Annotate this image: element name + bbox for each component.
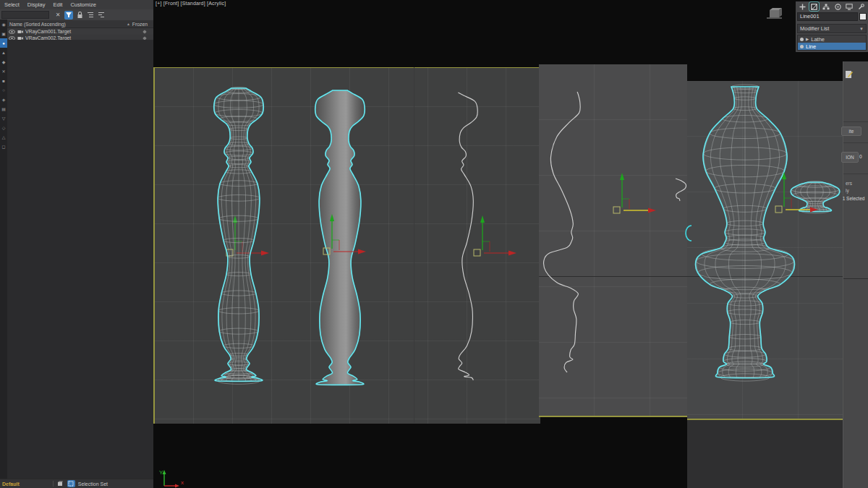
side-tool-icon[interactable]: ✕ [0, 67, 7, 76]
explorer-column-headers[interactable]: Name (Sorted Ascending) ▲ Frozen [0, 20, 153, 28]
side-tool-icon[interactable]: ◇ [0, 123, 7, 132]
status-bar: Default Selection Set [0, 479, 156, 488]
lathe-profile-spline[interactable] [676, 179, 686, 201]
list-indent-glyph [98, 12, 105, 18]
tab-hierarchy[interactable] [821, 2, 830, 11]
modifier-list-dropdown[interactable]: Modifier List ▼ [797, 24, 867, 33]
side-tool-icon[interactable]: ▤ [0, 104, 7, 114]
column-frozen-header[interactable]: Frozen [132, 22, 148, 27]
utilities-wrench-icon [858, 4, 864, 10]
tab-display[interactable] [845, 2, 854, 11]
side-tool-icon[interactable]: △ [0, 132, 7, 142]
selection-glyph [68, 481, 74, 487]
scene-explorer-menubar: Select Display Edit Customize [0, 0, 153, 9]
explorer-side-toolbar: ◉▣●▲◆✕■○◈▤▽◇△◻ [0, 20, 7, 479]
object-name-field[interactable]: Line001 [797, 12, 858, 21]
display-filter-icon[interactable] [64, 11, 73, 20]
expand-arrow-icon[interactable]: ▶ [806, 37, 809, 41]
menu-display[interactable]: Display [27, 1, 46, 8]
padlock-glyph [77, 12, 83, 19]
tab-utilities[interactable] [856, 2, 866, 11]
motion-icon [835, 4, 841, 10]
status-default-label: Default [2, 481, 20, 487]
tab-modify[interactable] [809, 2, 819, 11]
search-input[interactable] [1, 11, 49, 19]
divider [53, 481, 54, 487]
modifier-toggle-icon[interactable] [800, 38, 804, 41]
selection-edge-fragment [686, 226, 692, 241]
stack-item-label[interactable]: Lathe [811, 36, 825, 43]
modifier-list-label: Modifier List [800, 25, 829, 32]
list-lines-glyph [87, 12, 94, 18]
world-axis-tripod: Y x [159, 467, 188, 488]
wireframe-lathe-object[interactable] [214, 87, 263, 384]
modifier-toggle-icon[interactable] [800, 45, 804, 48]
clear-search-icon[interactable]: ✕ [54, 11, 62, 20]
lathe-profile-spline[interactable] [458, 93, 477, 380]
scene-explorer-toolbar: ✕ [0, 9, 153, 20]
side-tool-icon[interactable]: ◈ [0, 95, 7, 104]
axis-x-label: x [181, 479, 184, 486]
menu-customize[interactable]: Customize [70, 1, 95, 8]
viewport-composite[interactable]: [+] [Front] [Standard] [Acrylic] ite ION… [153, 0, 868, 488]
tab-motion[interactable] [833, 2, 843, 11]
chevron-down-icon: ▼ [859, 27, 864, 31]
axis-y-label: Y [159, 469, 163, 476]
viewcube-home-icon[interactable] [765, 6, 784, 22]
cube-tool-icon[interactable] [56, 480, 64, 487]
display-monitor-icon [846, 4, 853, 10]
shaded-lathe-object[interactable] [315, 90, 365, 385]
stack-item-lathe[interactable]: ▶ Lathe [798, 35, 866, 43]
side-tool-icon[interactable]: ■ [0, 76, 7, 85]
frozen-toggle-icon[interactable] [142, 30, 147, 34]
object-color-swatch[interactable] [859, 13, 867, 20]
side-tool-icon[interactable]: ▲ [0, 48, 7, 57]
move-gizmo[interactable] [613, 173, 656, 213]
side-tool-icon[interactable]: ○ [0, 85, 7, 95]
stack-item-line[interactable]: Line [798, 43, 866, 50]
object-name-row: Line001 [796, 12, 868, 22]
command-panel-tabs [796, 1, 868, 12]
modify-icon [811, 4, 817, 10]
viewport-render-label[interactable]: [Standard] [181, 1, 205, 6]
command-panel: Line001 Modifier List ▼ ▶ Lathe Line [796, 1, 868, 52]
modifier-stack: ▶ Lathe Line [797, 35, 867, 51]
sort-arrow-icon: ▲ [127, 22, 130, 26]
move-gizmo[interactable] [474, 215, 516, 256]
side-tool-icon[interactable]: ◻ [0, 142, 7, 151]
viewport-menu-plus[interactable]: [+] [156, 1, 162, 6]
scene-explorer-panel: Select Display Edit Customize ✕ [0, 0, 154, 488]
table-row[interactable]: VRayCam001.Target [0, 28, 153, 35]
side-tool-icon[interactable]: ◆ [0, 57, 7, 67]
side-tool-icon[interactable]: ● [0, 38, 7, 48]
viewport-view-label[interactable]: [Front] [163, 1, 179, 6]
side-tool-icon[interactable]: ▣ [0, 29, 7, 38]
row-label[interactable]: VRayCam001.Target [25, 29, 71, 34]
viewport-style-label[interactable]: [Acrylic] [207, 1, 226, 6]
menu-edit[interactable]: Edit [53, 1, 62, 8]
create-plus-icon [799, 4, 806, 10]
stack-item-label[interactable]: Line [806, 43, 816, 50]
hierarchy-icon [822, 4, 830, 10]
lathe-profile-spline[interactable] [544, 92, 581, 372]
selection-set-icon[interactable] [67, 480, 75, 487]
side-tool-icon[interactable]: ◉ [0, 20, 7, 29]
explorer-empty-area[interactable] [7, 40, 153, 479]
sort-hierarchy-icon[interactable] [86, 11, 95, 20]
wireframe-lathe-object[interactable] [696, 85, 795, 381]
cube-glyph [57, 481, 63, 487]
wireframe-lathe-object[interactable] [791, 181, 839, 213]
scene-canvas[interactable] [153, 0, 868, 488]
selection-set-label: Selection Set [78, 481, 108, 487]
column-name-header[interactable]: Name (Sorted Ascending) [9, 22, 66, 27]
eye-icon[interactable] [9, 30, 15, 34]
lock-icon[interactable] [75, 11, 84, 20]
side-tool-icon[interactable]: ▽ [0, 114, 7, 123]
viewport-label[interactable]: [+] [Front] [Standard] [Acrylic] [156, 1, 226, 6]
tab-create[interactable] [798, 2, 807, 11]
camera-target-icon [17, 30, 23, 34]
layer-list-icon[interactable] [97, 11, 106, 20]
menu-select[interactable]: Select [4, 1, 20, 8]
funnel-glyph [65, 12, 72, 19]
